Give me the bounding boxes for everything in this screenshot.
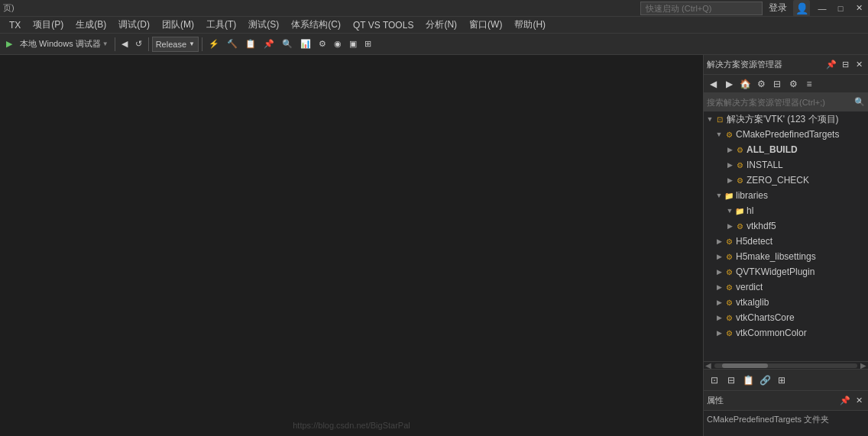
h5detect-icon: ⚙ [724,236,734,247]
solution-root[interactable]: ▼ ⊡ 解决方案'VTK' (123 个项目) [704,111,868,127]
scrollbar-track [714,363,857,368]
title-bar: 页) 登录 👤 — □ ✕ [0,0,868,17]
props-close-btn[interactable]: ✕ [853,395,865,407]
vtkchartscore-expand: ▶ [714,313,724,322]
close-button[interactable]: ✕ [853,2,865,15]
verdict-item[interactable]: ▶ ⚙ verdict [704,279,868,295]
tree-scrollbar-x[interactable]: ◀ ▶ [704,361,868,369]
cmake-predefined-expand: ▼ [714,130,724,139]
vtkchartscore-item[interactable]: ▶ ⚙ vtkChartsCore [704,310,868,325]
config-label: Release [156,40,186,49]
config-dropdown-arrow: ▼ [189,40,195,47]
all-build-expand: ▶ [725,145,734,154]
cmake-predefined-label: CMakePredefinedTargets [736,129,839,140]
cmake-predefined-item[interactable]: ▼ ⚙ CMakePredefinedTargets [704,127,868,142]
menu-build[interactable]: 生成(B) [70,17,112,34]
cmake-predefined-icon: ⚙ [724,129,734,140]
vtkhdf5-item[interactable]: ▶ ⚙ vtkhdf5 [704,218,868,234]
se-bottom-btn-5[interactable]: ⊞ [774,373,789,388]
toolbar-btn-3[interactable]: 📋 [242,36,259,53]
vtkcommoncolor-icon: ⚙ [724,328,734,338]
verdict-icon: ⚙ [724,282,734,292]
avatar[interactable]: 👤 [793,0,810,17]
panel-close-button[interactable]: ✕ [853,59,865,71]
toolbar-refresh-button[interactable]: ↺ [132,36,145,53]
toolbar-back-button[interactable]: ◀ [118,36,131,53]
title-text: 页) [3,2,15,14]
toolbar-separator-2 [148,37,149,51]
se-forward-btn[interactable]: ▶ [721,76,737,92]
se-bottom-btn-4[interactable]: 🔗 [757,373,772,388]
se-back-btn[interactable]: ◀ [705,76,721,92]
toolbar-btn-10[interactable]: ⊞ [361,36,374,53]
menu-window[interactable]: 窗口(W) [463,17,508,34]
vtkcommoncolor-label: vtkCommonColor [736,328,807,338]
toolbar-btn-1[interactable]: ⚡ [206,36,222,53]
minimize-button[interactable]: — [816,2,828,15]
se-bottom-btn-3[interactable]: 📋 [740,373,756,388]
se-refresh-btn[interactable]: ⚙ [753,76,769,92]
h5detect-label: H5detect [736,236,772,247]
se-search-input[interactable] [707,98,854,107]
h5make-item[interactable]: ▶ ⚙ H5make_libsettings [704,249,868,264]
debugger-text: 本地 Windows 调试器 [20,38,101,50]
zero-check-item[interactable]: ▶ ⚙ ZERO_CHECK [704,173,868,188]
vtkcommoncolor-item[interactable]: ▶ ⚙ vtkCommonColor [704,325,868,341]
qvtk-item[interactable]: ▶ ⚙ QVTKWidgetPlugin [704,264,868,279]
menu-team[interactable]: 团队(M) [156,17,200,34]
h5detect-item[interactable]: ▶ ⚙ H5detect [704,234,868,249]
toolbar-btn-9[interactable]: ▣ [346,36,360,53]
menu-architecture[interactable]: 体系结构(C) [285,17,347,34]
properties-content: CMakePredefinedTargets 文件夹 [704,411,868,428]
quick-launch-input[interactable] [640,2,763,15]
vtkhdf5-label: vtkhdf5 [747,221,776,231]
menu-analyze[interactable]: 分析(N) [419,17,463,34]
install-label: INSTALL [747,160,783,170]
hl-item[interactable]: ▼ 📁 hl [704,203,868,218]
se-home-btn[interactable]: 🏠 [737,76,753,92]
se-toolbar: ◀ ▶ 🏠 ⚙ ⊟ ⚙ ≡ [704,75,868,93]
toolbar-btn-5[interactable]: 🔍 [279,36,296,53]
panel-auto-hide-button[interactable]: ⊟ [839,59,851,71]
menu-help[interactable]: 帮助(H) [508,17,552,34]
panel-header-buttons: 📌 ⊟ ✕ [825,59,865,71]
toolbar-btn-8[interactable]: ◉ [331,36,345,53]
menu-bar: TX 项目(P) 生成(B) 调试(D) 团队(M) 工具(T) 测试(S) 体… [0,17,868,34]
qvtk-expand: ▶ [714,267,724,276]
libraries-item[interactable]: ▼ 📁 libraries [704,188,868,203]
top-right-area: 登录 👤 — □ ✕ [640,0,865,17]
maximize-button[interactable]: □ [834,2,847,15]
all-build-item[interactable]: ▶ ⚙ ALL_BUILD [704,142,868,157]
menu-qt[interactable]: QT VS TOOLS [347,17,419,34]
properties-header: 属性 📌 ✕ [704,391,868,411]
toolbar-btn-7[interactable]: ⚙ [316,36,329,53]
menu-test[interactable]: 测试(S) [242,17,285,34]
se-more-btn[interactable]: ≡ [802,76,817,92]
menu-tools[interactable]: 工具(T) [200,17,242,34]
vtkalglib-expand: ▶ [714,298,724,307]
panel-pin-button[interactable]: 📌 [825,59,837,71]
se-bottom-btn-1[interactable]: ⊡ [707,373,722,388]
se-settings-btn[interactable]: ⚙ [785,76,801,92]
toolbar-btn-2[interactable]: 🔨 [224,36,241,53]
vtkchartscore-label: vtkChartsCore [736,312,795,323]
scrollbar-thumb[interactable] [722,363,768,368]
toolbar-debugger-label[interactable]: 本地 Windows 调试器 ▼ [17,36,112,53]
props-pin-btn[interactable]: 📌 [839,395,851,407]
toolbar-play-button[interactable]: ▶ [3,36,15,53]
h5make-icon: ⚙ [724,251,734,262]
install-expand: ▶ [725,160,734,170]
menu-project[interactable]: 项目(P) [27,17,70,34]
toolbar-btn-6[interactable]: 📊 [297,36,314,53]
install-item[interactable]: ▶ ⚙ INSTALL [704,157,868,173]
toolbar-btn-4[interactable]: 📌 [261,36,277,53]
login-button[interactable]: 登录 [769,2,787,15]
vtkalglib-item[interactable]: ▶ ⚙ vtkalglib [704,295,868,310]
se-bottom-btn-2[interactable]: ⊟ [724,373,739,388]
config-dropdown[interactable]: Release ▼ [152,37,199,52]
h5detect-expand: ▶ [714,237,724,246]
menu-debug[interactable]: 调试(D) [112,17,156,34]
main-area: https://blog.csdn.net/BigStarPal 解决方案资源管… [0,55,868,436]
menu-tx[interactable]: TX [3,17,27,34]
se-filter-btn[interactable]: ⊟ [769,76,785,92]
